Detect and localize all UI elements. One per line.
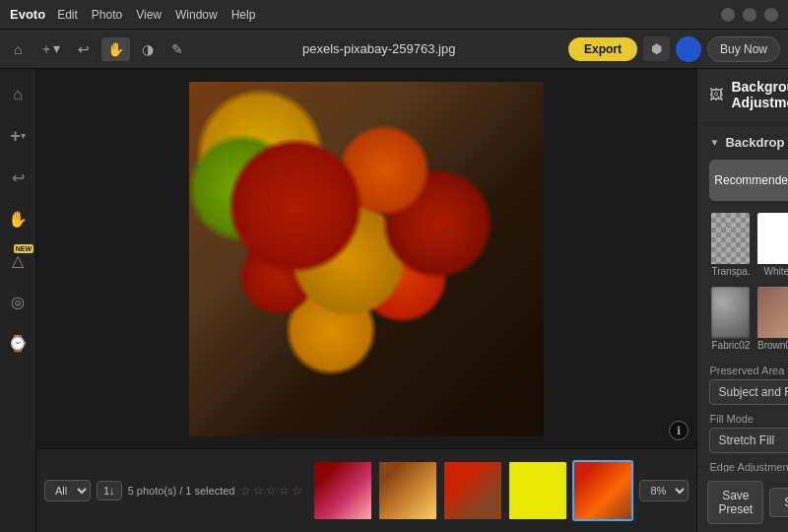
sidebar-icon-add[interactable]: +▾ — [0, 118, 35, 154]
sync-button[interactable]: Sync — [769, 488, 788, 517]
main-layout: ⌂ +▾ ↩ ✋ △ NEW ◎ ⌚ ℹ All 1↓ 5 photo(s) /… — [0, 69, 788, 532]
user-avatar[interactable] — [676, 36, 701, 62]
swatch-white — [757, 213, 788, 264]
swatch-brown03 — [757, 287, 788, 338]
thumb-grapes[interactable] — [312, 460, 373, 521]
undo-tool-button[interactable]: ↩ — [72, 37, 96, 61]
backdrop-fabric02[interactable]: Fabric02 — [709, 285, 752, 355]
close-button[interactable] — [764, 8, 778, 22]
photo-count: 5 photo(s) / 1 selected — [128, 485, 235, 497]
menu-help[interactable]: Help — [231, 8, 256, 22]
backdrop-label-fabric02: Fabric02 — [711, 338, 750, 353]
star-rating: ☆ ☆ ☆ ☆ ☆ — [240, 484, 302, 498]
title-bar: Evoto Edit Photo View Window Help — [0, 0, 788, 30]
sidebar-icon-pan[interactable]: ✋ — [0, 201, 35, 236]
zoom-select[interactable]: 8% — [639, 480, 689, 501]
window-controls — [721, 8, 778, 22]
star-2[interactable]: ☆ — [253, 484, 264, 498]
thumb-basket[interactable] — [377, 460, 438, 521]
stamp-tool-button[interactable]: ✎ — [165, 37, 189, 61]
filter-select[interactable]: All — [44, 480, 91, 501]
sidebar-icon-undo[interactable]: ↩ — [0, 160, 35, 195]
backdrop-label-brown03: Brown03 — [757, 338, 788, 353]
pan-tool-button[interactable]: ✋ — [101, 37, 130, 61]
mask-tool-button[interactable]: ◑ — [136, 37, 160, 61]
star-4[interactable]: ☆ — [279, 484, 290, 498]
section-header-backdrop[interactable]: ▼ Backdrop Changer ✏ — [697, 129, 788, 156]
right-panel: 🖼 Background Adjustments ▼ Backdrop Chan… — [696, 69, 788, 532]
new-feature-glyph: △ — [12, 251, 24, 270]
panel-title: Background Adjustments — [731, 79, 788, 110]
swatch-fabric02 — [711, 287, 750, 338]
thumb-strip — [312, 460, 633, 521]
share-button[interactable]: ⬢ — [643, 36, 670, 61]
new-badge: NEW — [14, 244, 33, 253]
info-button[interactable]: ℹ — [669, 421, 689, 440]
menu-photo[interactable]: Photo — [92, 8, 122, 22]
backdrop-white[interactable]: White — [755, 211, 788, 281]
star-3[interactable]: ☆ — [266, 484, 277, 498]
sidebar-icon-circle[interactable]: ◎ — [0, 284, 35, 319]
backdrop-brown03[interactable]: Brown03 — [755, 285, 788, 355]
save-preset-button[interactable]: Save Preset — [707, 481, 763, 524]
sidebar-icon-new[interactable]: △ NEW — [0, 242, 35, 278]
tab-recommended[interactable]: Recommended — [709, 160, 788, 201]
filmstrip-controls: All 1↓ 5 photo(s) / 1 selected ☆ ☆ ☆ ☆ ☆ — [44, 480, 302, 501]
maximize-button[interactable] — [743, 8, 756, 22]
menu-view[interactable]: View — [136, 8, 162, 22]
menu-window[interactable]: Window — [175, 8, 218, 22]
backdrop-label-transparent: Transpa... — [711, 264, 750, 279]
fill-mode-select[interactable]: Stretch Fill — [709, 428, 788, 453]
home-tool-button[interactable]: ⌂ — [8, 37, 28, 61]
panel-content: ▼ Backdrop Changer ✏ Recommended My back… — [697, 121, 788, 472]
toolbar: ⌂ ＋▾ ↩ ✋ ◑ ✎ pexels-pixabay-259763.jpg E… — [0, 30, 788, 69]
section-title-backdrop: Backdrop Changer — [725, 135, 788, 150]
panel-header: 🖼 Background Adjustments — [697, 69, 788, 121]
panel-footer: Save Preset Sync ⚙ ? — [697, 472, 788, 532]
app-name: Evoto — [10, 7, 45, 22]
backdrop-tabs: Recommended My backdropsNew — [709, 160, 788, 201]
preserved-area-select[interactable]: Subject and Related objects — [709, 379, 788, 405]
canvas-area: ℹ All 1↓ 5 photo(s) / 1 selected ☆ ☆ ☆ ☆… — [36, 69, 696, 532]
backdrop-label-white: White — [757, 264, 788, 279]
panel-header-icon: 🖼 — [709, 87, 723, 102]
edge-label: Edge Adjustments — [709, 461, 788, 472]
export-button[interactable]: Export — [568, 37, 637, 61]
sidebar-icon-home[interactable]: ⌂ — [0, 77, 35, 112]
filmstrip: All 1↓ 5 photo(s) / 1 selected ☆ ☆ ☆ ☆ ☆ — [36, 448, 696, 532]
thumb-food[interactable] — [572, 460, 633, 521]
section-arrow-icon: ▼ — [709, 137, 719, 148]
menu-edit[interactable]: Edit — [57, 8, 78, 22]
main-canvas-image[interactable] — [189, 82, 544, 436]
buy-now-button[interactable]: Buy Now — [707, 36, 780, 62]
edge-adjustments-row: Edge Adjustments 0 — [697, 457, 788, 472]
thumb-pots[interactable] — [442, 460, 503, 521]
sidebar-icon-history[interactable]: ⌚ — [0, 325, 35, 361]
preserved-area-group: Preserved Area Subject and Related objec… — [697, 361, 788, 409]
star-1[interactable]: ☆ — [240, 484, 251, 498]
fill-mode-label: Fill Mode — [709, 413, 788, 425]
add-tool-button[interactable]: ＋▾ — [33, 36, 66, 62]
sort-button[interactable]: 1↓ — [97, 481, 122, 500]
backdrop-grid: Transpa... White Gray02 Black Fabric02 — [697, 205, 788, 361]
canvas-wrapper: ℹ — [36, 69, 696, 448]
fill-mode-group: Fill Mode Stretch Fill — [697, 409, 788, 457]
preserved-area-label: Preserved Area — [709, 365, 788, 376]
menu-bar: Edit Photo View Window Help — [57, 8, 255, 22]
left-sidebar: ⌂ +▾ ↩ ✋ △ NEW ◎ ⌚ — [0, 69, 36, 532]
swatch-transparent — [711, 213, 750, 264]
minimize-button[interactable] — [721, 8, 735, 22]
filename-label: pexels-pixabay-259763.jpg — [195, 41, 561, 56]
thumb-yellow[interactable] — [507, 460, 568, 521]
star-5[interactable]: ☆ — [292, 484, 302, 498]
backdrop-transparent[interactable]: Transpa... — [709, 211, 752, 281]
